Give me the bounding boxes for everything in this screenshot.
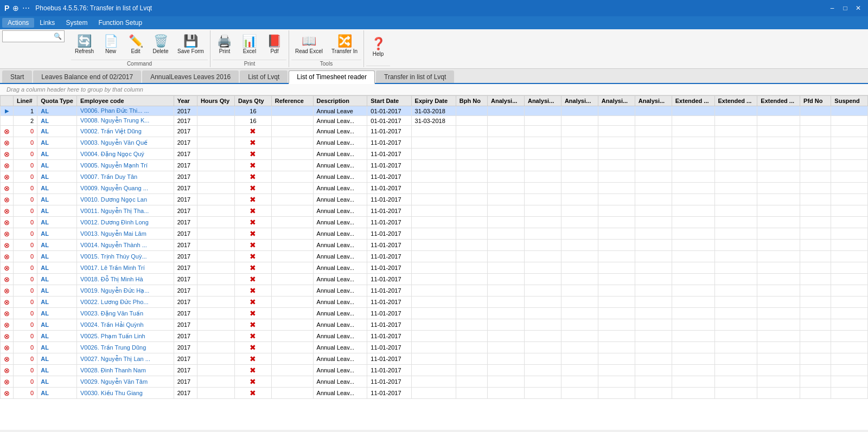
col-suspend[interactable]: Suspend [831, 96, 868, 106]
col-hours-qty[interactable]: Hours Qty [197, 96, 234, 106]
cell-analysis5 [635, 331, 672, 342]
cell-days: ✖ [234, 365, 271, 376]
search-box[interactable]: 🔍 [2, 30, 65, 42]
save-form-button[interactable]: 💾 Save Form [174, 30, 208, 59]
edit-button[interactable]: ✏️ Edit [124, 30, 148, 59]
col-employee-code[interactable]: Employee code [76, 96, 174, 106]
col-analysis3[interactable]: Analysi... [561, 96, 598, 106]
table-row[interactable]: ⊗0ALV0009. Nguyễn Quang ...2017✖Annual L… [1, 183, 868, 194]
table-row[interactable]: ⊗0ALV0030. Kiều Thu Giang2017✖Annual Lea… [1, 388, 868, 399]
table-row[interactable]: 2ALV0008. Nguyễn Trung K...201716Annual … [1, 116, 868, 126]
close-button[interactable]: ✕ [853, 3, 864, 14]
refresh-button[interactable]: 🔄 Refresh [71, 30, 98, 59]
cell-analysis3 [561, 217, 598, 228]
table-row[interactable]: ⊗0ALV0003. Nguyễn Văn Quế2017✖Annual Lea… [1, 137, 868, 149]
cell-expiry [411, 331, 456, 342]
table-row[interactable]: ⊗0ALV0004. Đặng Ngọc Quý2017✖Annual Leav… [1, 149, 868, 160]
table-row[interactable]: ⊗0ALV0005. Nguyễn Mạnh Trí2017✖Annual Le… [1, 160, 868, 171]
excel-button[interactable]: 📊 Excel [238, 30, 261, 59]
tab-annual-leaves[interactable]: AnnualLeaves Leaves 2016 [142, 70, 239, 83]
new-button[interactable]: 📄 New [99, 30, 123, 59]
cell-extended1 [672, 308, 714, 319]
cell-extended3 [757, 365, 800, 376]
data-table-container[interactable]: Line# Quota Type Employee code Year Hour… [0, 95, 868, 430]
table-row[interactable]: ⊗0ALV0026. Trần Trung Dũng2017✖Annual Le… [1, 342, 868, 353]
col-analysis4[interactable]: Analysi... [598, 96, 635, 106]
row-indicator: ⊗ [1, 217, 14, 228]
col-bph-no[interactable]: Bph No [456, 96, 487, 106]
cell-analysis4 [598, 376, 635, 388]
table-row[interactable]: ⊗0ALV0023. Đặng Văn Tuấn2017✖Annual Leav… [1, 308, 868, 319]
col-extended2[interactable]: Extended ... [714, 96, 757, 106]
maximize-button[interactable]: □ [840, 3, 851, 14]
col-start-date[interactable]: Start Date [367, 96, 411, 106]
menu-function-setup[interactable]: Function Setup [93, 18, 148, 28]
col-extended1[interactable]: Extended ... [672, 96, 714, 106]
table-row[interactable]: ▶1ALV0006. Phan Đức Thi... ...201716Annu… [1, 106, 868, 116]
tab-list-lvqt[interactable]: List of Lvqt [240, 70, 288, 83]
menu-system[interactable]: System [60, 18, 93, 28]
table-row[interactable]: ⊗0ALV0013. Nguyễn Mai Lâm2017✖Annual Lea… [1, 228, 868, 240]
table-row[interactable]: ⊗0ALV0007. Trần Duy Tân2017✖Annual Leav.… [1, 171, 868, 183]
col-line[interactable]: Line# [14, 96, 37, 106]
col-expiry-date[interactable]: Expiry Date [411, 96, 456, 106]
cell-desc: Annual Leav... [313, 376, 367, 388]
table-row[interactable]: ⊗0ALV0029. Nguyễn Văn Tâm2017✖Annual Lea… [1, 376, 868, 388]
table-row[interactable]: ⊗0ALV0022. Lương Đức Pho...2017✖Annual L… [1, 296, 868, 308]
transfer-in-button[interactable]: 🔀 Transfer In [328, 30, 361, 59]
cell-line: 0 [14, 194, 37, 205]
col-description[interactable]: Description [313, 96, 367, 106]
minimize-button[interactable]: – [827, 3, 838, 14]
menu-actions[interactable]: Actions [2, 18, 34, 28]
table-row[interactable]: ⊗0ALV0010. Dương Ngọc Lan2017✖Annual Lea… [1, 194, 868, 205]
pdf-button[interactable]: 📕 Pdf [263, 30, 286, 59]
menu-links[interactable]: Links [34, 18, 60, 28]
print-button[interactable]: 🖨️ Print [213, 30, 237, 59]
table-row[interactable]: ⊗0ALV0002. Trần Việt Dũng2017✖Annual Lea… [1, 126, 868, 137]
table-row[interactable]: ⊗0ALV0017. Lê Trần Minh Trí2017✖Annual L… [1, 262, 868, 274]
delete-button[interactable]: 🗑️ Delete [149, 30, 173, 59]
cell-start: 11-01-2017 [367, 251, 411, 262]
cell-hours [197, 251, 234, 262]
cell-analysis1 [488, 160, 525, 171]
col-extended3[interactable]: Extended ... [757, 96, 800, 106]
table-row[interactable]: ⊗0ALV0011. Nguyễn Thị Tha...2017✖Annual … [1, 205, 868, 217]
col-analysis1[interactable]: Analysi... [488, 96, 525, 106]
table-row[interactable]: ⊗0ALV0015. Trịnh Thúy Quỳ...2017✖Annual … [1, 251, 868, 262]
cell-analysis4 [598, 149, 635, 160]
table-row[interactable]: ⊗0ALV0025. Phạm Tuấn Linh2017✖Annual Lea… [1, 331, 868, 342]
table-row[interactable]: ⊗0ALV0019. Nguyễn Đức Hạ...2017✖Annual L… [1, 285, 868, 296]
cell-analysis1 [488, 342, 525, 353]
col-reference[interactable]: Reference [271, 96, 313, 106]
table-row[interactable]: ⊗0ALV0028. Đinh Thanh Nam2017✖Annual Lea… [1, 365, 868, 376]
cell-start: 11-01-2017 [367, 365, 411, 376]
cell-analysis4 [598, 285, 635, 296]
tab-leaves-balance[interactable]: Leaves Balance end of 02/2017 [33, 70, 141, 83]
help-button[interactable]: ❓ Help [366, 34, 390, 62]
cell-analysis4 [598, 228, 635, 240]
table-row[interactable]: ⊗0ALV0024. Trần Hải Quỳnh2017✖Annual Lea… [1, 319, 868, 331]
col-quota-type[interactable]: Quota Type [37, 96, 77, 106]
table-row[interactable]: ⊗0ALV0014. Nguyễn Thành ...2017✖Annual L… [1, 240, 868, 251]
tab-timesheet-reader[interactable]: List of Timesheet reader [289, 70, 375, 84]
read-excel-button[interactable]: 📖 Read Excel [291, 30, 327, 59]
col-year[interactable]: Year [174, 96, 197, 106]
col-analysis2[interactable]: Analysi... [524, 96, 561, 106]
tools-label: Tools [291, 60, 361, 67]
tab-start[interactable]: Start [2, 70, 32, 83]
tab-transfer-lvqt[interactable]: Transfer in list of Lvqt [376, 70, 454, 83]
cell-extended3 [757, 205, 800, 217]
table-row[interactable]: ⊗0ALV0012. Dương Đình Long2017✖Annual Le… [1, 217, 868, 228]
table-row[interactable]: ⊗0ALV0027. Nguyễn Thị Lan ...2017✖Annual… [1, 353, 868, 365]
search-input[interactable] [5, 33, 54, 40]
col-days-qty[interactable]: Days Qty [234, 96, 271, 106]
cell-year: 2017 [174, 296, 197, 308]
cell-analysis2 [524, 388, 561, 399]
col-pfd-no[interactable]: Pfd No [800, 96, 831, 106]
table-row[interactable]: ⊗0ALV0018. Đỗ Thị Minh Hà2017✖Annual Lea… [1, 274, 868, 285]
cell-emp: V0010. Dương Ngọc Lan [76, 194, 174, 205]
cell-analysis1 [488, 149, 525, 160]
cell-suspend [831, 296, 868, 308]
col-analysis5[interactable]: Analysi... [635, 96, 672, 106]
cell-expiry [411, 353, 456, 365]
